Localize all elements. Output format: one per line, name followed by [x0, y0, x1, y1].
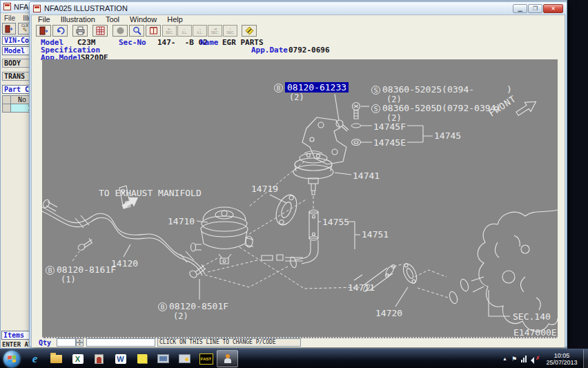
contact-icon [95, 354, 104, 364]
app-icon [33, 5, 41, 12]
media-window-icon [179, 354, 190, 363]
door-exit-icon [5, 25, 13, 33]
taskbar-item-contacts[interactable] [88, 350, 110, 367]
pencil-icon: ✎ [23, 28, 28, 33]
taskbar-item-active-session[interactable] [217, 350, 238, 367]
catalog-button[interactable] [146, 25, 161, 37]
save-grid-button[interactable] [92, 25, 108, 37]
qty-input[interactable] [57, 338, 76, 347]
excel-icon: X [72, 354, 84, 364]
part-label-08360-52025[interactable]: S08360-52025(0394- )(2) [371, 84, 512, 104]
drawing-code-label: E147000E [513, 327, 557, 338]
section-reference-label: SEC.140 [513, 311, 551, 322]
name-label: Name [200, 38, 219, 47]
exit-button[interactable] [2, 23, 16, 35]
taskbar-item-file-explorer[interactable] [46, 350, 67, 367]
part-label-14711[interactable]: 14711 [348, 282, 375, 293]
menu-window[interactable]: Window [130, 15, 157, 24]
taskbar-item-excel[interactable]: X [67, 350, 88, 367]
circle-b-icon: B [158, 302, 167, 311]
menu-file[interactable]: File [38, 15, 50, 24]
part-label-14755[interactable]: 14755 [322, 217, 349, 227]
part-label-14719[interactable]: 14719 [251, 184, 278, 194]
taskbar-item-sticky-notes[interactable] [131, 350, 153, 367]
record-button[interactable] [112, 25, 128, 37]
part-label-14751[interactable]: 14751 [362, 229, 389, 240]
part-label-14710[interactable]: 14710 [168, 216, 195, 226]
menu-help[interactable]: Help [167, 15, 183, 24]
bg-menu-file[interactable]: File [4, 14, 15, 21]
menu-bar: File Illustration Tool Window Help [32, 15, 565, 24]
part-label-08360-5205d[interactable]: S08360-5205D(0792-0394)(2) [371, 103, 501, 123]
zoom-button[interactable] [129, 25, 144, 37]
selected-part-number[interactable]: 08120-61233 [285, 82, 349, 93]
undo-button[interactable] [52, 25, 68, 37]
show-desktop-button[interactable] [583, 349, 588, 368]
table-grid-icon [96, 26, 105, 35]
show-hidden-icons-icon[interactable]: ▲ [502, 356, 507, 361]
door-exit-icon [39, 26, 48, 35]
pcode-change-line[interactable]: CLICK ON THIS LINE TO CHANGE P/CODE [157, 338, 301, 347]
volume-icon[interactable]: ✗ [531, 356, 539, 362]
internet-explorer-icon: e [32, 352, 38, 366]
print-button[interactable] [72, 25, 88, 37]
sec-no-label: Sec-No [119, 38, 146, 47]
part-label-14745f[interactable]: 14745F [373, 122, 406, 132]
close-button[interactable]: ✕ [543, 4, 563, 13]
taskbar-item-computer[interactable] [153, 350, 174, 367]
part-label-08120-8161f[interactable]: B08120-8161F(1) [46, 264, 116, 284]
clock-date: 25/07/2013 [543, 359, 580, 366]
taskbar-clock[interactable]: 10:05 25/07/2013 [543, 352, 580, 366]
exhaust-manifold-note: TO EXHAUST MANIFOLD [99, 188, 202, 198]
part-label-14745e[interactable]: 14745E [373, 137, 406, 148]
taskbar-item-media[interactable] [174, 350, 195, 367]
action-center-flag-icon[interactable]: ⚑ [511, 356, 517, 362]
front-arrow-icon [514, 97, 539, 119]
taskbar-item-word[interactable]: W [110, 350, 131, 367]
help-pencil-icon [245, 26, 254, 35]
window-nfa025-illustration: NFA025 ILLUSTRATION ▁ ❐ ✕ File Illustrat… [29, 1, 567, 347]
taskbar-item-internet-explorer[interactable]: e [24, 350, 46, 367]
exit-button[interactable] [36, 25, 51, 37]
part-label-14745[interactable]: 14745 [434, 130, 461, 141]
circle-b-icon: B [274, 84, 283, 93]
qty-label: Qty [39, 339, 51, 347]
qty-stepper[interactable]: ▲ ▼ [76, 338, 84, 347]
window-title: NFA025 ILLUSTRATION [44, 4, 128, 12]
maximize-button[interactable]: ❐ [528, 4, 542, 13]
app-date-value: 0792-0696 [288, 46, 330, 55]
book-icon [149, 26, 158, 35]
stepper-down-icon[interactable]: ▼ [76, 342, 84, 347]
folder-icon [50, 355, 62, 363]
part-label-14741[interactable]: 14741 [353, 171, 380, 181]
taskbar-item-fast[interactable]: FAST [195, 350, 217, 367]
undo-arrow-icon [56, 26, 65, 35]
prev-section-button[interactable]: ⇤ SEC. [162, 25, 177, 37]
illustration-panel[interactable]: B08120-61233(2) S08360-52025(0394- )(2) … [42, 59, 558, 338]
bg-status-text: ENTER AT [2, 341, 32, 348]
part-label-14720[interactable]: 14720 [375, 308, 402, 318]
part-label-08120-61233[interactable]: B08120-61233(2) [274, 82, 349, 102]
minimize-button[interactable]: ▁ [513, 4, 527, 13]
next-illustration-button[interactable]: → ILL. [193, 25, 207, 37]
computer-icon [157, 354, 169, 363]
circle-s-icon: S [371, 104, 380, 113]
status-bar: Qty ▲ ▼ CLICK ON THIS LINE TO CHANGE P/C… [32, 338, 565, 347]
part-label-08120-8501f[interactable]: B08120-8501F(2) [158, 301, 228, 321]
prev-illustration-button[interactable]: ← ILL. [177, 25, 192, 37]
title-bar[interactable]: NFA025 ILLUSTRATION [30, 2, 567, 14]
word-icon: W [115, 354, 126, 364]
circle-s-icon: S [371, 86, 380, 95]
menu-illustration[interactable]: Illustration [61, 15, 95, 24]
section-list-button[interactable]: ↑ SEC [223, 25, 237, 37]
illustration-info-bar: Model C23M Sec-No 147- -B 02 Name EGR PA… [32, 37, 565, 59]
pcode-input[interactable] [86, 338, 155, 347]
magnifier-icon [133, 26, 141, 35]
window-controls: ▁ ❐ ✕ [513, 4, 563, 13]
printer-icon [76, 26, 85, 35]
network-icon[interactable] [521, 356, 527, 362]
help-button[interactable] [242, 25, 257, 37]
next-section-button[interactable]: ⇥ SEC. [208, 25, 222, 37]
menu-tool[interactable]: Tool [106, 15, 119, 24]
start-button[interactable] [3, 351, 20, 367]
